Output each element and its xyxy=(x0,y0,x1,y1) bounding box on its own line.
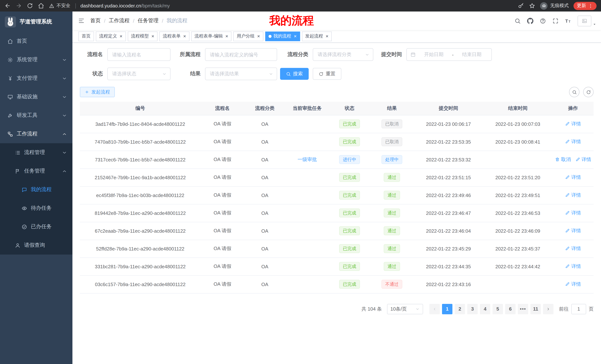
sidebar-item-10[interactable]: 已办任务 xyxy=(0,217,72,236)
detail-link[interactable]: 详情 xyxy=(565,228,581,234)
pagination-page-5[interactable]: 5 xyxy=(492,304,503,314)
bookmark-star-icon[interactable] xyxy=(529,3,535,9)
breadcrumb-item[interactable]: 首页 xyxy=(90,18,101,24)
status-badge: 已完成 xyxy=(339,137,360,146)
detail-link[interactable]: 详情 xyxy=(565,121,581,127)
close-icon[interactable]: × xyxy=(326,34,328,38)
pagination-more-button[interactable]: ••• xyxy=(518,304,528,314)
font-size-icon[interactable]: TT xyxy=(565,18,571,24)
detail-link[interactable]: 详情 xyxy=(565,263,581,270)
chevron-right-icon xyxy=(546,307,551,311)
close-icon[interactable]: × xyxy=(257,34,260,38)
browser-menu-icon[interactable] xyxy=(588,3,593,8)
tab-3[interactable]: 流程表单× xyxy=(159,31,189,41)
table-row: 7317cec6-7b9b-11ec-b5b7-acde48001122OA 请… xyxy=(80,151,594,168)
sidebar-item-2[interactable]: 支付管理 xyxy=(0,69,72,87)
sidebar-item-1[interactable]: 系统管理 xyxy=(0,50,72,69)
pagination-page-3[interactable]: 3 xyxy=(467,304,478,314)
user-avatar-menu[interactable] xyxy=(578,15,597,26)
tab-1[interactable]: 流程定义× xyxy=(96,31,126,41)
reset-button[interactable]: 重置 xyxy=(313,68,341,80)
close-icon[interactable]: × xyxy=(225,34,228,38)
detail-link[interactable]: 详情 xyxy=(565,281,581,287)
github-icon[interactable] xyxy=(527,18,533,24)
detail-link[interactable]: 详情 xyxy=(575,156,591,163)
pagination-page-2[interactable]: 2 xyxy=(455,304,465,314)
pagination-page-4[interactable]: 4 xyxy=(480,304,490,314)
process-table: 编号流程名流程分类当前审批任务状态结果提交时间结束时间操作 3ad174fb-7… xyxy=(80,102,594,293)
edit-icon xyxy=(565,282,570,287)
address-bar[interactable]: dashboard.yudao.iocoder.cn/bpm/task/my xyxy=(80,3,170,9)
header-search-icon[interactable] xyxy=(514,18,521,24)
cell-id: 7470a810-7b9b-11ec-b5b7-acde48001122 xyxy=(80,133,200,151)
submit-time-range[interactable]: 开始日期 - 结束日期 xyxy=(406,48,492,61)
next-page-button[interactable] xyxy=(543,304,553,314)
pagination-page-11[interactable]: 11 xyxy=(531,304,541,314)
browser-forward-button[interactable] xyxy=(16,3,22,9)
refresh-table-button[interactable] xyxy=(583,87,594,97)
status-select[interactable]: 请选择状态 xyxy=(107,67,170,80)
tab-0[interactable]: 首页 xyxy=(78,31,94,41)
result-select[interactable]: 请选择流结果 xyxy=(205,67,277,80)
process-def-label: 所属流程 xyxy=(170,51,200,58)
toggle-search-button[interactable] xyxy=(569,87,580,97)
fullscreen-icon[interactable] xyxy=(552,18,559,24)
close-icon[interactable]: × xyxy=(294,34,297,38)
detail-link[interactable]: 详情 xyxy=(565,210,581,216)
browser-home-button[interactable] xyxy=(38,3,44,9)
chevron-down-icon xyxy=(269,71,273,76)
breadcrumb-item[interactable]: 工作流程 xyxy=(109,18,130,24)
sidebar-toggle-button[interactable] xyxy=(72,11,90,30)
pagination-page-6[interactable]: 6 xyxy=(505,304,516,314)
create-process-button[interactable]: 发起流程 xyxy=(80,87,115,97)
search-icon xyxy=(572,90,577,95)
sidebar-item-7[interactable]: 任务管理 xyxy=(0,162,72,180)
browser-update-button[interactable]: 更新 xyxy=(573,2,597,10)
sidebar-item-8[interactable]: 我的流程 xyxy=(0,180,72,199)
sidebar-item-5[interactable]: 工作流程 xyxy=(0,125,72,143)
yen-icon xyxy=(7,76,13,81)
chevron-left-icon xyxy=(432,307,437,311)
table-row: 819442e8-7b9a-11ec-a290-acde48001122OA 请… xyxy=(80,204,594,222)
status-badge: 已完成 xyxy=(339,226,360,235)
process-name-input[interactable] xyxy=(107,48,170,61)
process-def-input[interactable] xyxy=(205,48,277,61)
tab-2[interactable]: 流程模型× xyxy=(128,31,158,41)
tab-4[interactable]: 流程表单-编辑× xyxy=(191,31,232,41)
detail-link[interactable]: 详情 xyxy=(565,245,581,252)
cell-actions: 详情 xyxy=(552,222,594,240)
result-badge: 通过 xyxy=(384,262,400,271)
category-select[interactable]: 请选择流程分类 xyxy=(313,48,373,61)
tab-label: 流程模型 xyxy=(131,33,149,39)
sidebar-item-6[interactable]: 流程管理 xyxy=(0,143,72,162)
tab-6[interactable]: 我的流程× xyxy=(265,31,300,41)
detail-link[interactable]: 详情 xyxy=(565,174,581,181)
cancel-link[interactable]: 取消 xyxy=(555,156,571,163)
sidebar-item-11[interactable]: 请假查询 xyxy=(0,236,72,255)
browser-back-button[interactable] xyxy=(4,3,11,9)
help-icon[interactable] xyxy=(540,18,546,24)
prev-page-button[interactable] xyxy=(429,304,440,314)
sidebar-item-0[interactable]: 首页 xyxy=(0,32,72,50)
current-task-link[interactable]: 一级审批 xyxy=(298,156,317,163)
close-icon[interactable]: × xyxy=(151,34,154,38)
tab-5[interactable]: 用户分组× xyxy=(233,31,263,41)
close-icon[interactable]: × xyxy=(183,34,186,38)
chevron-down-icon xyxy=(415,307,420,311)
tab-7[interactable]: 发起流程× xyxy=(302,31,332,41)
breadcrumb-item[interactable]: 任务管理 xyxy=(138,18,159,24)
security-chip[interactable]: 不安全 xyxy=(49,3,70,9)
goto-page-input[interactable] xyxy=(571,304,586,314)
close-icon[interactable]: × xyxy=(120,34,122,38)
key-icon[interactable] xyxy=(518,3,524,9)
detail-link[interactable]: 详情 xyxy=(565,138,581,145)
browser-reload-button[interactable] xyxy=(27,3,33,9)
sidebar-item-3[interactable]: 基础设施 xyxy=(0,87,72,106)
page-size-select[interactable]: 10条/页 xyxy=(387,304,423,314)
detail-link[interactable]: 详情 xyxy=(565,192,581,199)
status-badge: 已完成 xyxy=(339,244,360,253)
sidebar-item-9[interactable]: 待办任务 xyxy=(0,199,72,217)
pagination-page-1[interactable]: 1 xyxy=(442,304,452,314)
search-button[interactable]: 搜索 xyxy=(280,68,309,80)
sidebar-item-4[interactable]: 研发工具 xyxy=(0,106,72,125)
